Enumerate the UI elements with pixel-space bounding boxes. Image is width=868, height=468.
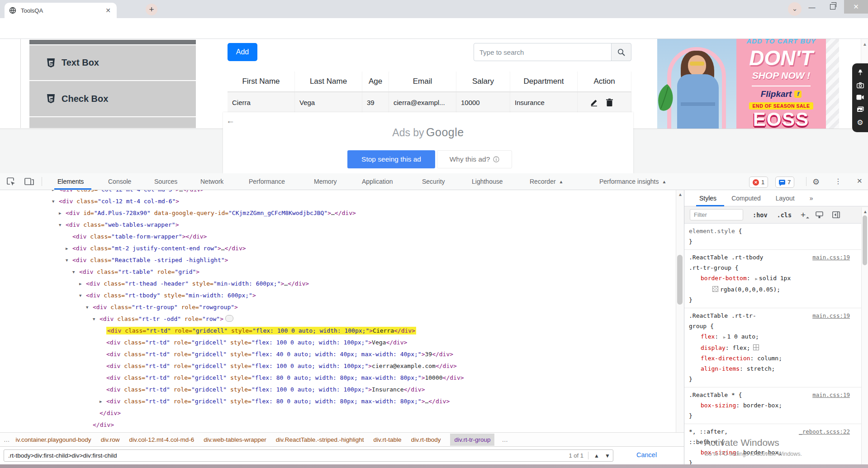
devtools-tab-application[interactable]: Application [362,173,393,190]
devtools-tab-recorder[interactable]: Recorder▲ [530,173,564,190]
rendering-emulation-icon[interactable] [816,211,823,219]
stylesheet-link[interactable]: main.css:19 [812,390,850,400]
device-toolbar-icon[interactable] [24,177,34,186]
browser-tab[interactable]: ToolsQA ✕ [5,3,117,18]
column-header-action[interactable]: Action [578,72,631,91]
styles-sidebar-tab-more[interactable]: » [810,195,813,202]
expander-icon[interactable]: ▶ [52,190,59,196]
find-previous-button[interactable]: ▲ [591,453,602,459]
breadcrumb-item[interactable]: div.rt-tbody [411,436,441,443]
breadcrumb-item[interactable]: div.row [101,436,120,443]
stop-seeing-ad-button[interactable]: Stop seeing this ad [347,150,435,168]
css-rule[interactable]: element.style {} [684,224,862,250]
inspect-element-icon[interactable] [6,177,16,186]
expander-icon[interactable]: ▶ [79,278,86,290]
expander-icon[interactable]: ▼ [72,266,79,278]
ad-back-arrow-icon[interactable]: ← [226,116,235,126]
find-next-button[interactable]: ▼ [602,453,613,459]
delete-icon[interactable] [606,98,613,107]
devtools-menu-icon[interactable]: ⋮ [835,177,842,186]
column-header-first-name[interactable]: First Name [228,72,295,91]
devtools-tab-performance[interactable]: Performance [249,173,285,190]
breadcrumb-item[interactable]: div.col-12.mt-4.col-md-6 [129,436,194,443]
find-cancel-button[interactable]: Cancel [636,451,657,458]
expander-icon[interactable]: ▼ [93,313,100,325]
css-rule[interactable]: .ReactTable * {main.css:19box-sizing: bo… [684,387,862,424]
devtools-tab-console[interactable]: Console [108,173,131,190]
sidebar-item-text-box[interactable]: Text Box [29,45,196,80]
window-close-button[interactable]: ✕ [844,0,868,14]
flipkart-ad-banner[interactable]: ADD TO CART BUY DON'T SHOP NOW ! Flipkar… [657,39,839,129]
window-minimize-button[interactable]: — [802,0,822,14]
dom-tree-node[interactable]: <div class="rt-td" role="gridcell" style… [0,349,676,360]
dom-tree-node[interactable]: ▶<div class="rt-td" role="gridcell" styl… [0,396,676,407]
dom-tree-node[interactable]: ▼<div class="ReactTable -striped -highli… [0,254,676,266]
dom-tree-node[interactable]: <div class="rt-td" role="gridcell" style… [0,360,676,372]
devtools-tab-performance-insights[interactable]: Performance insights▲ [599,173,666,190]
dom-tree-node[interactable]: <div class="rt-td" role="gridcell" style… [0,372,676,384]
new-style-rule-button[interactable]: + [801,210,806,220]
search-input[interactable]: Type to search [474,43,612,61]
dom-tree-node[interactable]: ▼<div class="web-tables-wrapper"> [0,219,676,231]
crumbs-overflow-right[interactable]: … [502,436,508,443]
dom-tree-node[interactable]: </div> [0,407,676,419]
pin-icon[interactable] [857,69,863,76]
expander-icon[interactable]: ▼ [59,219,66,231]
column-header-email[interactable]: Email [389,72,456,91]
gear-icon[interactable]: ⚙ [857,119,863,126]
expander-icon[interactable]: ▶ [66,243,72,254]
tab-search-chevron-icon[interactable]: ⌄ [788,2,802,16]
dom-tree-node[interactable]: ▼<div class="col-12 mt-4 col-md-6"> [0,196,676,207]
expander-icon[interactable]: ▶ [59,207,66,219]
expander-icon[interactable]: ▼ [79,290,86,301]
css-rule[interactable]: .ReactTable .rt-tr-main.css:19group {fle… [684,308,862,387]
toggle-sidebar-icon[interactable] [832,211,840,218]
dom-tree-node[interactable]: ▶<div id="Ad.Plus-728x90" data-google-qu… [0,207,676,219]
hover-state-toggle[interactable]: :hov [753,211,768,219]
find-input[interactable]: .rt-tbody>div:first-child>div>div:first-… [4,449,613,462]
scrollbar-thumb[interactable] [677,255,683,305]
accordion-item-partial[interactable] [29,117,196,128]
new-tab-button[interactable]: + [146,4,157,15]
sidebar-item-check-box[interactable]: Check Box [29,81,196,116]
breadcrumb-item[interactable]: div.rt-table [374,436,402,443]
devtools-tab-elements[interactable]: Elements [57,173,84,190]
dom-tree-node[interactable]: <div class="rt-td" role="gridcell" style… [0,384,676,396]
dom-tree-node[interactable]: </div> [0,419,676,431]
tab-close-icon[interactable]: ✕ [104,7,112,14]
css-rule[interactable]: .ReactTable .rt-tbodymain.css:19.rt-tr-g… [684,250,862,308]
error-badge[interactable]: ✕ 1 [749,177,768,188]
images-icon[interactable] [857,106,864,112]
dom-tree-node[interactable]: ▶<div class="mt-2 justify-content-end ro… [0,243,676,254]
styles-sidebar-tab-layout[interactable]: Layout [776,195,795,202]
dom-tree-node[interactable]: <div class="table-form-wrapper"></div> [0,231,676,243]
crumbs-overflow-left[interactable]: … [4,436,10,443]
expander-icon[interactable]: ▼ [66,254,72,266]
devtools-tab-memory[interactable]: Memory [314,173,337,190]
styles-scroll-up-icon[interactable]: ▲ [863,209,868,214]
devtools-tab-security[interactable]: Security [422,173,445,190]
dom-tree-node[interactable]: ▼<div class="rt-tr -odd" role="row"> [0,313,676,325]
devtools-tab-network[interactable]: Network [200,173,223,190]
dom-tree-node[interactable]: ▼<div class="rt-tbody" style="min-width:… [0,290,676,301]
scroll-up-icon[interactable]: ▲ [863,42,867,47]
column-header-salary[interactable]: Salary [456,72,510,91]
why-this-ad-button[interactable]: Why this ad? [437,150,512,168]
dom-tree-node[interactable]: ▼<div class="rt-table" role="grid"> [0,266,676,278]
dom-tree-node[interactable]: <div class="rt-td" role="gridcell" style… [0,337,676,349]
issues-badge[interactable]: 7 [775,177,794,188]
dom-tree-node[interactable]: ▶<div class="rt-thead -header" style="mi… [0,278,676,290]
expander-icon[interactable]: ▼ [52,196,59,207]
elements-scrollbar[interactable]: ▲ [676,190,683,432]
column-header-last-name[interactable]: Last Name [295,72,362,91]
styles-scrollbar[interactable]: ▲ [861,207,868,468]
devtools-tab-sources[interactable]: Sources [154,173,177,190]
column-header-department[interactable]: Department [510,72,578,91]
dom-tree-node[interactable]: <div class="rt-td" role="gridcell" style… [0,325,676,337]
stylesheet-link[interactable]: _reboot.scss:22 [799,426,850,437]
dom-tree-node[interactable]: ▼<div class="rt-tr-group" role="rowgroup… [0,301,676,313]
column-header-age[interactable]: Age [362,72,389,91]
breadcrumb-selected[interactable]: div.rt-tr-group [450,434,494,446]
class-toggle[interactable]: .cls [777,211,792,219]
camera-icon[interactable] [857,82,864,88]
